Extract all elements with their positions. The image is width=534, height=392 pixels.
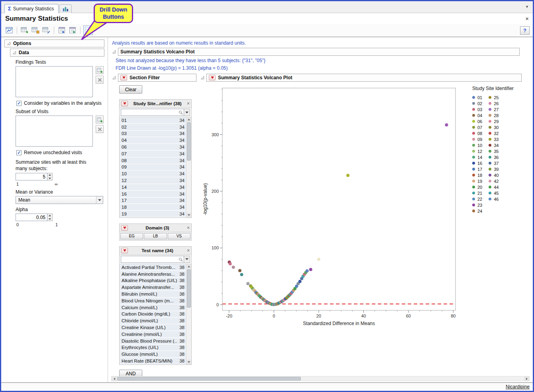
red-triangle-menu-icon[interactable] (121, 225, 128, 231)
legend-item[interactable]: 18 (472, 172, 482, 178)
legend-item[interactable]: 26 (489, 100, 499, 106)
data-point[interactable] (246, 282, 249, 285)
test-filter-row[interactable]: Carbon Dioxide (mg/dL)38 (120, 311, 186, 318)
scroll-thumb[interactable] (187, 122, 191, 161)
legend-item[interactable]: 45 (489, 190, 499, 196)
subset-of-visits-listbox[interactable] (16, 116, 93, 147)
test-search-dropdown-icon[interactable] (184, 256, 190, 263)
site-list-scrollbar[interactable] (186, 117, 191, 218)
scroll-left-icon[interactable] (112, 376, 117, 381)
site-filter-row[interactable]: 1434 (120, 184, 186, 191)
domain-button-eg[interactable]: EG (120, 233, 143, 239)
data-table-journal-icon[interactable] (41, 25, 51, 35)
site-filter-row[interactable]: 1234 (120, 177, 186, 184)
remove-findings-tests-button[interactable] (96, 76, 104, 84)
help-button[interactable]: ? (520, 26, 530, 35)
legend-item[interactable]: 14 (472, 154, 482, 160)
data-point[interactable] (238, 269, 241, 272)
data-point[interactable] (240, 273, 243, 276)
legend-item[interactable]: 29 (489, 118, 499, 124)
test-filter-row[interactable]: Diastolic Blood Pressure (...38 (120, 338, 186, 345)
previous-report-icon[interactable] (57, 25, 67, 35)
test-list-scrollbar[interactable] (186, 264, 191, 365)
legend-item[interactable]: 39 (489, 166, 499, 172)
legend-item[interactable]: 19 (472, 178, 482, 184)
tab-chart[interactable] (59, 4, 72, 13)
legend-item[interactable]: 02 (472, 100, 482, 106)
legend-item[interactable]: 21 (472, 190, 482, 196)
volcano-plot[interactable]: 0100200300-20020406080Standardized Diffe… (200, 84, 463, 329)
legend-item[interactable]: 07 (472, 124, 482, 130)
test-filter-row[interactable]: Glucose (mmol/L)38 (120, 351, 186, 358)
site-filter-row[interactable]: 1734 (120, 198, 186, 204)
site-filter-close-icon[interactable]: × (187, 101, 190, 106)
remove-visits-button[interactable] (96, 125, 104, 133)
legend-item[interactable]: 46 (489, 196, 499, 202)
findings-tests-listbox[interactable] (16, 66, 93, 97)
legend-item[interactable]: 40 (489, 172, 499, 178)
alpha-input[interactable] (16, 214, 47, 221)
section-filter-header[interactable]: Section Filter (118, 74, 196, 82)
legend-item[interactable]: 17 (472, 166, 482, 172)
consider-by-variables-checkbox[interactable]: ✓ (16, 101, 22, 106)
legend-item[interactable]: 44 (489, 184, 499, 190)
dataset-link[interactable]: Nicardipine (506, 384, 530, 390)
legend-item[interactable]: 27 (489, 106, 499, 112)
scroll-down-icon[interactable] (187, 360, 191, 365)
site-filter-row[interactable]: 1834 (120, 204, 186, 211)
test-filter-close-icon[interactable]: × (187, 248, 190, 253)
site-search-dropdown-icon[interactable] (184, 109, 190, 116)
tab-summary-statistics[interactable]: Σ Summary Statistics (4, 4, 59, 13)
legend-item[interactable]: 10 (472, 142, 482, 148)
subjects-input[interactable] (16, 173, 47, 180)
data-point[interactable] (317, 258, 320, 261)
legend-item[interactable]: 03 (472, 106, 482, 112)
site-filter-row[interactable]: 1634 (120, 191, 186, 198)
legend-item[interactable]: 16 (472, 160, 482, 166)
site-filter-row[interactable]: 0234 (120, 124, 186, 131)
data-point[interactable] (298, 280, 302, 283)
test-filter-row[interactable]: Erythrocytes (U/L)38 (120, 345, 186, 351)
legend-item[interactable]: 37 (489, 160, 499, 166)
legend-item[interactable]: 35 (489, 148, 499, 154)
site-filter-row[interactable]: 0334 (120, 131, 186, 137)
site-filter-row[interactable]: 0834 (120, 157, 186, 164)
legend-item[interactable]: 08 (472, 130, 482, 136)
test-filter-row[interactable]: Aspartate Aminotransfer...38 (120, 284, 186, 291)
site-filter-row[interactable]: 0634 (120, 144, 186, 151)
site-search-input[interactable] (121, 109, 184, 116)
legend-item[interactable]: 20 (472, 184, 482, 190)
legend-item[interactable]: 24 (472, 208, 482, 214)
alpha-spinner[interactable] (47, 214, 53, 221)
legend-item[interactable]: 25 (489, 94, 499, 100)
test-filter-row[interactable]: Blood Urea Nitrogen (m...38 (120, 298, 186, 304)
clear-filter-button[interactable]: Clear (119, 85, 142, 94)
subjects-spinner[interactable] (47, 173, 53, 180)
site-filter-row[interactable]: 0434 (120, 137, 186, 144)
site-filter-row[interactable]: 0934 (120, 164, 186, 171)
scroll-up-icon[interactable] (187, 117, 191, 122)
site-filter-row[interactable]: 0134 (120, 117, 186, 124)
legend-item[interactable]: 30 (489, 124, 499, 130)
legend-item[interactable]: 28 (489, 112, 499, 118)
legend-item[interactable]: 23 (472, 202, 482, 208)
legend-item[interactable]: 12 (472, 148, 482, 154)
test-filter-row[interactable]: Heart Rate (BEATS/MIN)38 (120, 358, 186, 365)
data-point[interactable] (445, 123, 448, 127)
disclosure-icon[interactable] (112, 50, 116, 54)
test-filter-row[interactable]: Chloride (mmol/L)38 (120, 318, 186, 324)
red-triangle-menu-icon[interactable] (209, 75, 216, 80)
disclosure-icon[interactable] (200, 76, 204, 80)
legend-item[interactable]: 06 (472, 118, 482, 124)
test-filter-row[interactable]: Calcium (mmol/L)38 (120, 304, 186, 311)
data-point[interactable] (346, 174, 349, 177)
scroll-right-icon[interactable] (524, 376, 529, 381)
data-table-copy-icon[interactable] (31, 25, 40, 35)
site-filter-row[interactable]: 1934 (120, 211, 186, 218)
workspace-menu-icon[interactable]: ▼ (525, 5, 529, 9)
test-filter-row[interactable]: Alanine Aminotransferas...38 (120, 271, 186, 278)
horizontal-scrollbar[interactable] (111, 376, 530, 381)
data-point[interactable] (306, 269, 309, 272)
red-triangle-menu-icon[interactable] (121, 248, 128, 253)
legend-item[interactable]: 32 (489, 130, 499, 136)
